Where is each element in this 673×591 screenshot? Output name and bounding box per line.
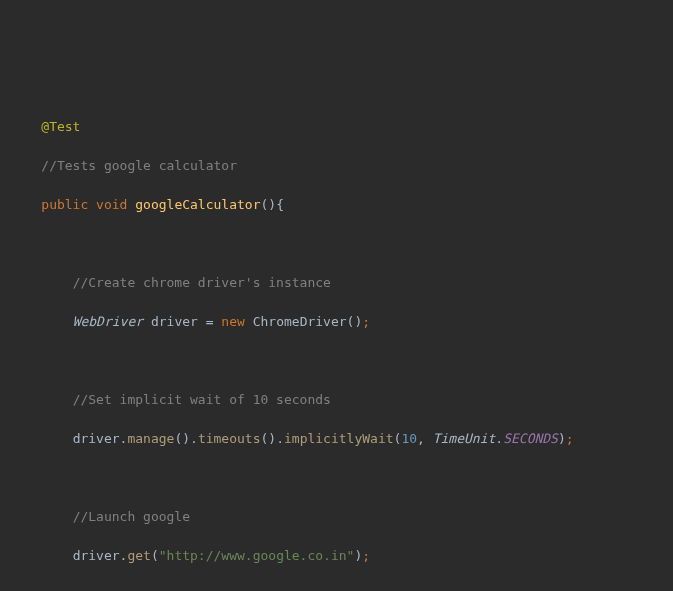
code-line: //Launch google [10,507,673,527]
code-line [10,468,673,488]
method-call: implicitlyWait [284,431,394,446]
code-line: //Set implicit wait of 10 seconds [10,390,673,410]
keyword: public [41,197,88,212]
brace: { [276,197,284,212]
method-name: googleCalculator [135,197,260,212]
semicolon: ; [362,548,370,563]
code-editor[interactable]: @Test //Tests google calculator public v… [0,78,673,591]
code-line [10,585,673,591]
identifier: driver [151,314,198,329]
paren: ) [558,431,566,446]
comment: //Create chrome driver's instance [73,275,331,290]
paren: () [260,197,276,212]
number: 10 [401,431,417,446]
method-call: manage [127,431,174,446]
method-call: get [127,548,150,563]
dot: . [190,431,198,446]
type: WebDriver [73,314,143,329]
comment: //Launch google [73,509,190,524]
code-line [10,234,673,254]
paren: () [261,431,277,446]
paren: () [174,431,190,446]
comma: , [417,431,433,446]
keyword: void [96,197,127,212]
dot: . [495,431,503,446]
code-line: WebDriver driver = new ChromeDriver(); [10,312,673,332]
comment: //Set implicit wait of 10 seconds [73,392,331,407]
semicolon: ; [362,314,370,329]
code-line: driver.manage().timeouts().implicitlyWai… [10,429,673,449]
code-line: //Create chrome driver's instance [10,273,673,293]
comment: //Tests google calculator [41,158,237,173]
class-ref: ChromeDriver [253,314,347,329]
method-call: timeouts [198,431,261,446]
keyword: new [221,314,244,329]
identifier: driver [73,431,120,446]
code-line [10,351,673,371]
semicolon: ; [566,431,574,446]
code-line: @Test [10,117,673,137]
paren: () [347,314,363,329]
identifier: driver [73,548,120,563]
code-line: driver.get("http://www.google.co.in"); [10,546,673,566]
static-field: SECONDS [503,431,558,446]
paren: ( [151,548,159,563]
code-line: //Tests google calculator [10,156,673,176]
dot: . [276,431,284,446]
class-ref: TimeUnit [433,431,496,446]
annotation: @Test [41,119,80,134]
operator: = [206,314,214,329]
code-line: public void googleCalculator(){ [10,195,673,215]
string-literal: "http://www.google.co.in" [159,548,355,563]
